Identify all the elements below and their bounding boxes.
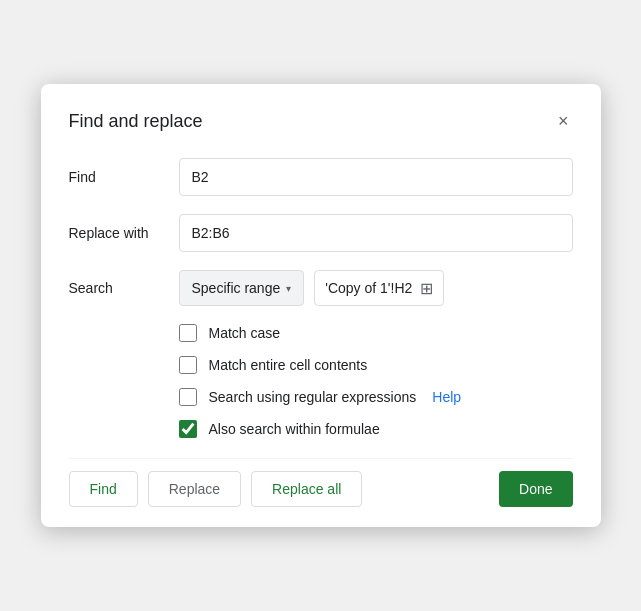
dialog-header: Find and replace × (69, 108, 573, 134)
match-case-checkbox[interactable] (179, 324, 197, 342)
search-regex-row: Search using regular expressions Help (179, 388, 573, 406)
grid-select-icon[interactable]: ⊞ (420, 279, 433, 298)
search-regex-label: Search using regular expressions (209, 389, 417, 405)
range-value: 'Copy of 1'!H2 (325, 280, 412, 296)
find-button[interactable]: Find (69, 471, 138, 507)
search-row: Search Specific range ▾ 'Copy of 1'!H2 ⊞ (69, 270, 573, 306)
close-button[interactable]: × (554, 108, 573, 134)
search-label: Search (69, 280, 179, 296)
match-entire-row: Match entire cell contents (179, 356, 573, 374)
match-case-row: Match case (179, 324, 573, 342)
search-formulae-checkbox[interactable] (179, 420, 197, 438)
replace-all-button[interactable]: Replace all (251, 471, 362, 507)
search-regex-checkbox[interactable] (179, 388, 197, 406)
done-button[interactable]: Done (499, 471, 572, 507)
find-label: Find (69, 169, 179, 185)
help-link[interactable]: Help (432, 389, 461, 405)
search-controls: Specific range ▾ 'Copy of 1'!H2 ⊞ (179, 270, 445, 306)
find-input[interactable] (179, 158, 573, 196)
match-entire-label: Match entire cell contents (209, 357, 368, 373)
replace-input[interactable] (179, 214, 573, 252)
match-entire-checkbox[interactable] (179, 356, 197, 374)
footer-buttons: Find Replace Replace all Done (69, 458, 573, 507)
search-dropdown-label: Specific range (192, 280, 281, 296)
search-dropdown[interactable]: Specific range ▾ (179, 270, 305, 306)
replace-button[interactable]: Replace (148, 471, 241, 507)
find-row: Find (69, 158, 573, 196)
search-formulae-label: Also search within formulae (209, 421, 380, 437)
find-replace-dialog: Find and replace × Find Replace with Sea… (41, 84, 601, 527)
search-formulae-row: Also search within formulae (179, 420, 573, 438)
chevron-down-icon: ▾ (286, 283, 291, 294)
checkboxes-section: Match case Match entire cell contents Se… (179, 324, 573, 438)
range-input-box: 'Copy of 1'!H2 ⊞ (314, 270, 444, 306)
replace-label: Replace with (69, 225, 179, 241)
dialog-title: Find and replace (69, 111, 203, 132)
replace-row: Replace with (69, 214, 573, 252)
match-case-label: Match case (209, 325, 281, 341)
